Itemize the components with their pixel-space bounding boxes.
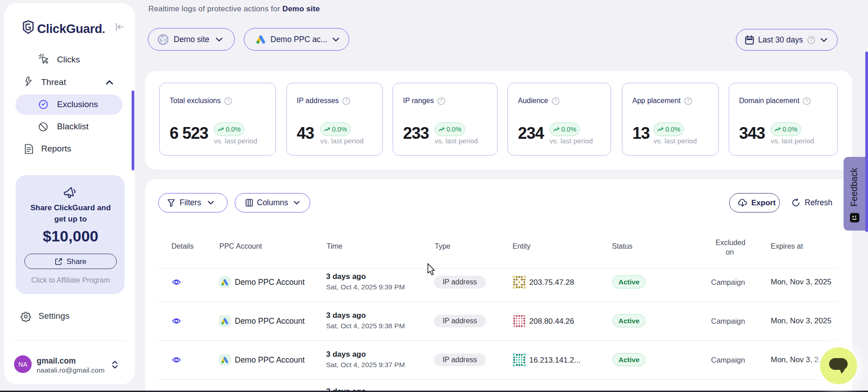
svg-text:?: ? xyxy=(227,99,230,104)
svg-text:?: ? xyxy=(554,99,557,104)
svg-text:Feedback: Feedback xyxy=(849,168,859,207)
svg-text:?: ? xyxy=(806,99,808,104)
svg-text:?: ? xyxy=(440,99,443,104)
svg-text:?: ? xyxy=(687,99,689,104)
svg-text:?: ? xyxy=(345,99,348,104)
svg-text:?: ? xyxy=(810,38,813,43)
